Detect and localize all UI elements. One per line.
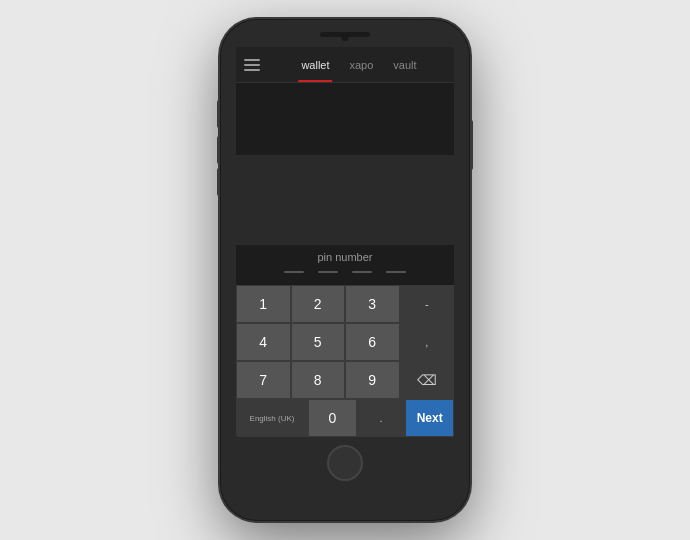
key-row-1: 1 2 3 -: [236, 285, 454, 323]
key-backspace[interactable]: ⌫: [400, 361, 455, 399]
key-row-3: 7 8 9 ⌫: [236, 361, 454, 399]
key-5[interactable]: 5: [291, 323, 346, 361]
content-area: pin number: [236, 83, 454, 285]
camera-dot: [342, 34, 349, 41]
pin-dot-2: [318, 271, 338, 273]
menu-icon[interactable]: [236, 59, 264, 71]
tab-xapo[interactable]: xapo: [340, 47, 384, 82]
key-2[interactable]: 2: [291, 285, 346, 323]
key-9[interactable]: 9: [345, 361, 400, 399]
screen: wallet xapo vault pin number: [236, 47, 454, 437]
home-button[interactable]: [327, 445, 363, 481]
pin-dot-3: [352, 271, 372, 273]
phone-shell: wallet xapo vault pin number: [221, 20, 469, 520]
key-row-2: 4 5 6 ,: [236, 323, 454, 361]
pin-dots: [284, 271, 406, 273]
tab-vault[interactable]: vault: [383, 47, 426, 82]
pin-dot-1: [284, 271, 304, 273]
key-0[interactable]: 0: [308, 399, 357, 437]
key-comma[interactable]: ,: [400, 323, 455, 361]
key-3[interactable]: 3: [345, 285, 400, 323]
nav-tabs: wallet xapo vault: [264, 47, 454, 82]
next-button[interactable]: Next: [405, 399, 454, 437]
pin-dot-4: [386, 271, 406, 273]
balance-card: [236, 155, 454, 245]
key-language[interactable]: English (UK): [236, 399, 308, 437]
key-1[interactable]: 1: [236, 285, 291, 323]
key-4[interactable]: 4: [236, 323, 291, 361]
key-row-4: English (UK) 0 . Next: [236, 399, 454, 437]
key-dash[interactable]: -: [400, 285, 455, 323]
nav-bar: wallet xapo vault: [236, 47, 454, 83]
pin-label: pin number: [317, 251, 372, 263]
key-6[interactable]: 6: [345, 323, 400, 361]
key-7[interactable]: 7: [236, 361, 291, 399]
keyboard: 1 2 3 - 4 5 6 , 7 8 9 ⌫: [236, 285, 454, 437]
tab-wallet[interactable]: wallet: [291, 47, 339, 82]
backspace-icon: ⌫: [417, 372, 437, 388]
key-8[interactable]: 8: [291, 361, 346, 399]
key-period[interactable]: .: [357, 399, 406, 437]
